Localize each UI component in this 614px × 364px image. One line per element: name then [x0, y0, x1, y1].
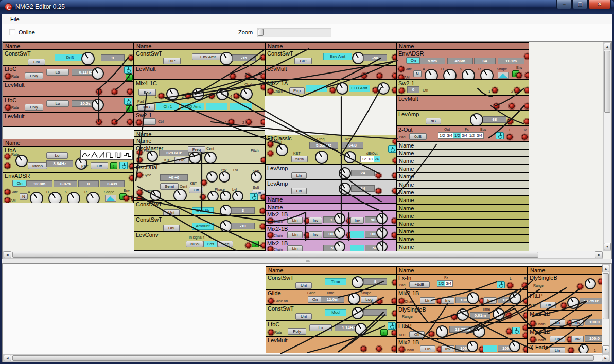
button-neg[interactable]: Neg — [218, 241, 233, 247]
module-constswt[interactable]: ConstSwTUniAmount-10 — [134, 216, 265, 231]
knob[interactable] — [48, 192, 62, 203]
module-envadsr[interactable]: EnvADSROn92.8m6.87s03.43sGateAMNADSRShap… — [3, 172, 134, 203]
scroll-right-icon[interactable]: ► — [602, 355, 609, 361]
port[interactable] — [507, 119, 513, 124]
module-oscdual[interactable]: OscDualSync+0 +0SemiCentKBTOffPitchPWLvl… — [134, 163, 265, 201]
selector-option-24[interactable]: 24 — [374, 156, 380, 162]
selector-option-3-4[interactable]: 3/4 — [446, 133, 453, 138]
port[interactable] — [530, 337, 536, 342]
button-lin[interactable]: Lin — [287, 217, 303, 224]
module-name-label[interactable]: Name — [399, 142, 414, 149]
port[interactable] — [246, 119, 252, 125]
scroll-left-icon[interactable]: ◄ — [4, 355, 11, 361]
module-mix2-1b[interactable]: Mix2-1BChainLinInv100.0100.0 — [265, 225, 396, 240]
button-semi[interactable]: Semi — [160, 183, 179, 190]
knob[interactable] — [30, 192, 43, 203]
module-lfoc[interactable]: LfoCRatePolyLo0.11Hz↕ — [3, 65, 134, 81]
button-inv[interactable]: Inv — [441, 345, 454, 352]
knob[interactable] — [67, 192, 80, 203]
knob[interactable] — [315, 151, 328, 164]
port[interactable] — [392, 87, 396, 93]
port[interactable] — [136, 120, 142, 125]
port[interactable] — [524, 87, 529, 93]
button-bipol[interactable]: BiPol — [186, 241, 203, 247]
module-mix2-1b[interactable]: Mix2-1BChainLinInv100.0Inv100.0 — [396, 289, 528, 306]
module-2-out[interactable]: 2-OutPad0dBOutFxBus1/23/41/23/41/23/4LR — [396, 126, 529, 141]
knob[interactable] — [92, 67, 104, 80]
knob[interactable] — [334, 213, 345, 224]
port[interactable] — [392, 218, 396, 224]
knob[interactable] — [166, 88, 179, 100]
scroll-up-icon[interactable]: ▲ — [604, 43, 611, 50]
port[interactable] — [129, 175, 134, 181]
button-bip[interactable]: BIP — [294, 58, 312, 64]
module-dlysingleb[interactable]: DlySingleBRange — [528, 274, 602, 292]
button-0db[interactable]: 0dB — [409, 133, 427, 140]
button-lin[interactable]: Lin — [420, 297, 435, 304]
knob[interactable] — [150, 190, 161, 201]
port[interactable] — [507, 283, 513, 288]
module-name-label[interactable]: Name — [5, 140, 20, 146]
module-oscmaster[interactable]: OscMasterPitch329.6HzKBTOnFreqCentPitch — [134, 144, 265, 163]
port[interactable] — [398, 66, 404, 72]
module-name-label[interactable]: Name — [399, 189, 414, 195]
knob[interactable] — [192, 88, 204, 100]
port[interactable] — [268, 330, 274, 335]
button-inv[interactable]: Inv — [350, 217, 364, 224]
module-name-header[interactable]: Name — [134, 42, 265, 50]
h-scrollbar-bottom[interactable]: ◄ ► — [3, 354, 610, 362]
knob[interactable] — [457, 308, 469, 321]
module-fx-in[interactable]: Fx-InPad+6dBFx1/23/4LR — [396, 274, 528, 289]
port[interactable] — [393, 158, 396, 163]
selector-option-3-4[interactable]: 3/4 — [445, 281, 452, 286]
power-icon[interactable] — [124, 66, 132, 74]
range-selector[interactable]: 1/23/4 — [437, 280, 453, 287]
knob[interactable] — [377, 82, 390, 95]
port[interactable] — [392, 330, 396, 336]
module-levconv[interactable]: LevConvIn signal tBiPolPosNeg↕ — [134, 231, 265, 251]
knob[interactable] — [355, 323, 367, 335]
button-inv[interactable]: Inv — [309, 231, 322, 238]
h-scrollbar-top[interactable]: ◄ ► — [3, 251, 603, 259]
port[interactable] — [137, 150, 143, 155]
module-levmult[interactable]: LevMult — [396, 95, 529, 111]
port[interactable] — [260, 224, 265, 229]
module-name-header[interactable]: Name — [3, 139, 134, 147]
module-constswt[interactable]: ConstSwTBIPEnv Amt-50 — [265, 50, 396, 65]
module-name-label[interactable]: Name — [136, 131, 151, 137]
port[interactable] — [376, 173, 381, 178]
port[interactable] — [506, 329, 512, 334]
port[interactable] — [201, 180, 207, 186]
port[interactable] — [525, 72, 529, 78]
module-levamp[interactable]: LevAmpdB66 — [396, 111, 529, 126]
port[interactable] — [185, 93, 191, 99]
button-inv[interactable]: Inv — [483, 297, 497, 304]
knob[interactable] — [220, 220, 232, 231]
port[interactable] — [137, 157, 143, 163]
scroll-up-icon[interactable]: ▲ — [602, 265, 609, 272]
port[interactable] — [5, 189, 10, 195]
green-arrow-icon[interactable]: ↕ — [252, 241, 259, 247]
module-lfoc[interactable]: LfoCRatePolyLo1.14Hz↕ — [266, 321, 396, 337]
range-selector[interactable]: 1/23/41/23/41/23/4 — [438, 132, 484, 139]
knob[interactable] — [251, 171, 262, 183]
button-poly[interactable]: Poly — [25, 72, 43, 79]
button-lin[interactable]: Lin — [287, 231, 303, 238]
port[interactable] — [261, 84, 265, 90]
port[interactable] — [523, 347, 528, 352]
button-off[interactable]: Off — [189, 187, 203, 193]
port[interactable] — [514, 87, 520, 93]
selector-option-1-2[interactable]: 1/2 — [437, 281, 445, 286]
port[interactable] — [159, 93, 164, 99]
button-lin[interactable]: Lin — [550, 347, 565, 353]
module-levmult[interactable]: LevMult — [3, 113, 134, 127]
button-log[interactable]: Log — [361, 296, 377, 303]
port[interactable] — [506, 313, 512, 318]
button-on[interactable]: On — [406, 57, 420, 64]
port[interactable] — [392, 298, 396, 304]
button-n[interactable]: N — [20, 193, 28, 200]
selector-option-1-2[interactable]: 1/2 — [468, 133, 476, 138]
scrollbar-thumb[interactable] — [12, 355, 594, 361]
maximize-button[interactable] — [572, 0, 588, 9]
module-name-header[interactable]: Name — [396, 243, 529, 251]
